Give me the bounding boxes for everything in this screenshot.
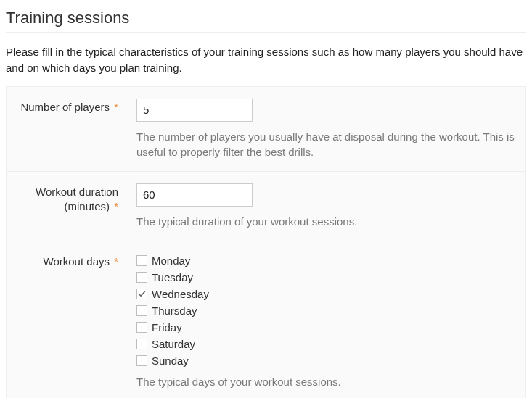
checkbox-friday[interactable]	[136, 322, 147, 333]
help-workout-duration: The typical duration of your workout ses…	[136, 214, 515, 229]
day-label-monday: Monday	[152, 254, 190, 267]
form-table: Number of players * The number of player…	[6, 86, 526, 399]
field-col-players: The number of players you usually have a…	[126, 87, 525, 171]
required-mark: *	[114, 101, 118, 113]
workout-days-options: MondayTuesdayWednesdayThursdayFridaySatu…	[136, 254, 515, 367]
day-option-sunday[interactable]: Sunday	[136, 355, 515, 367]
label-text-duration: Workout duration (minutes)	[36, 186, 118, 212]
day-option-thursday[interactable]: Thursday	[136, 304, 515, 317]
help-number-of-players: The number of players you usually have a…	[136, 129, 515, 159]
section-title: Training sessions	[6, 9, 526, 33]
label-workout-days: Workout days *	[7, 241, 126, 399]
checkbox-sunday[interactable]	[136, 355, 147, 366]
row-number-of-players: Number of players * The number of player…	[7, 87, 525, 172]
checkbox-saturday[interactable]	[136, 339, 147, 349]
workout-duration-input[interactable]	[136, 183, 253, 207]
day-label-wednesday: Wednesday	[152, 288, 209, 300]
checkbox-thursday[interactable]	[136, 305, 147, 316]
required-mark: *	[114, 255, 118, 268]
number-of-players-input[interactable]	[136, 99, 253, 122]
day-label-thursday: Thursday	[152, 304, 197, 317]
help-workout-days: The typical days of your workout session…	[136, 374, 515, 389]
label-text-players: Number of players	[20, 101, 110, 113]
day-option-tuesday[interactable]: Tuesday	[136, 271, 515, 283]
field-col-duration: The typical duration of your workout ses…	[126, 172, 525, 241]
checkbox-tuesday[interactable]	[136, 272, 147, 283]
day-option-friday[interactable]: Friday	[136, 321, 515, 333]
label-number-of-players: Number of players *	[7, 87, 126, 171]
day-label-sunday: Sunday	[152, 355, 189, 367]
row-workout-days: Workout days * MondayTuesdayWednesdayThu…	[7, 241, 525, 399]
checkbox-monday[interactable]	[136, 255, 147, 266]
row-workout-duration: Workout duration (minutes) * The typical…	[7, 172, 525, 241]
day-option-monday[interactable]: Monday	[136, 254, 515, 267]
section-intro: Please fill in the typical characteristi…	[6, 44, 526, 76]
checkbox-wednesday[interactable]	[136, 289, 147, 299]
day-label-tuesday: Tuesday	[152, 271, 193, 283]
day-label-saturday: Saturday	[152, 338, 195, 350]
training-sessions-form: Training sessions Please fill in the typ…	[0, 0, 532, 398]
field-col-days: MondayTuesdayWednesdayThursdayFridaySatu…	[126, 241, 525, 399]
label-workout-duration: Workout duration (minutes) *	[7, 172, 126, 241]
day-option-saturday[interactable]: Saturday	[136, 338, 515, 350]
label-text-days: Workout days	[44, 255, 110, 268]
day-label-friday: Friday	[152, 321, 182, 333]
required-mark: *	[114, 200, 118, 212]
day-option-wednesday[interactable]: Wednesday	[136, 288, 515, 300]
